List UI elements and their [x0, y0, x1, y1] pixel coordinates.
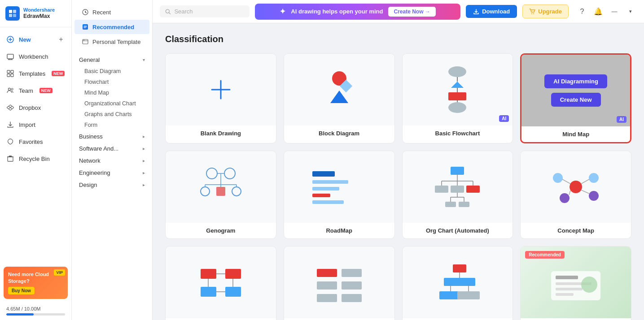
logo-text: Wondershare EdrawMax	[23, 7, 55, 20]
svg-rect-63	[445, 202, 456, 207]
team-new-badge: NEW	[39, 88, 53, 93]
card-roadmap[interactable]: RoadMap	[284, 151, 395, 239]
svg-rect-85	[342, 281, 362, 290]
svg-line-73	[569, 190, 570, 195]
svg-rect-77	[225, 287, 241, 297]
favorites-icon	[6, 138, 14, 146]
cs-business-section[interactable]: Business ▸	[72, 130, 152, 143]
user-avatar[interactable]: —	[608, 5, 621, 18]
card-label-network2	[284, 318, 394, 320]
card-thumb-network1	[166, 246, 276, 318]
dropdown-icon[interactable]: ▾	[624, 5, 637, 18]
ai-banner[interactable]: ✦ AI drawing helps open your mind Create…	[255, 4, 460, 20]
nav-items: New + Workbench Templates NEW Team NEW	[0, 27, 71, 263]
svg-line-72	[581, 190, 589, 194]
svg-rect-98	[556, 288, 583, 290]
svg-rect-64	[459, 202, 469, 207]
cs-graphs-charts[interactable]: Graphs and Charts	[72, 109, 152, 120]
cs-org-chart[interactable]: Organizational Chart	[72, 98, 152, 109]
svg-rect-75	[225, 269, 241, 279]
download-button[interactable]: Download	[466, 5, 517, 18]
card-recommended[interactable]: Recommended	[520, 246, 631, 320]
svg-rect-47	[312, 187, 339, 190]
cs-mind-map[interactable]: Mind Map	[72, 87, 152, 98]
ai-overlay: AI Diagramming Create New	[521, 55, 630, 126]
card-label-mindmap: Mind Map	[521, 126, 630, 142]
svg-rect-31	[448, 92, 466, 100]
upgrade-button[interactable]: Upgrade	[522, 4, 569, 18]
buy-now-btn[interactable]: Buy Now	[8, 287, 35, 294]
cs-recommended[interactable]: Recommended	[74, 20, 149, 34]
cs-flowchart[interactable]: Flowchart	[72, 77, 152, 87]
cs-basic-diagram[interactable]: Basic Diagram	[72, 66, 152, 77]
cart-icon	[529, 9, 535, 15]
network-chevron: ▸	[143, 158, 145, 163]
svg-rect-99	[556, 293, 574, 296]
svg-rect-50	[451, 167, 464, 175]
svg-rect-87	[342, 294, 362, 302]
storage-fill	[6, 313, 34, 316]
nav-recycle[interactable]: Recycle Bin	[0, 150, 71, 167]
svg-rect-49	[312, 200, 344, 204]
card-label-genogram: Genogram	[166, 223, 276, 238]
cs-recent[interactable]: Recent	[74, 5, 149, 19]
ai-icon: ✦	[280, 7, 285, 16]
nav-import[interactable]: Import	[0, 116, 71, 133]
card-conceptmap[interactable]: Concept Map	[520, 151, 631, 239]
cs-design-section[interactable]: Design ▸	[72, 179, 152, 191]
dropbox-icon	[6, 104, 14, 112]
recommended-icon	[82, 23, 89, 30]
svg-rect-1	[13, 10, 16, 13]
ai-diagramming-btn[interactable]: AI Diagramming	[544, 74, 607, 88]
card-orgchart[interactable]: Org Chart (Automated)	[402, 151, 513, 239]
svg-point-35	[224, 168, 235, 179]
card-mindmap[interactable]: AI Diagramming Create New AI Mind Map	[520, 53, 631, 143]
nav-favorites[interactable]: Favorites	[0, 133, 71, 150]
svg-rect-84	[317, 281, 337, 290]
card-block[interactable]: Block Diagram	[284, 53, 395, 143]
logo-area: Wondershare EdrawMax	[0, 0, 71, 27]
cs-network-section[interactable]: Network ▸	[72, 155, 152, 167]
card-thumb-orgchart	[403, 151, 513, 223]
download-icon	[473, 9, 479, 15]
svg-rect-11	[11, 74, 13, 77]
create-now-btn[interactable]: Create Now →	[388, 7, 435, 17]
card-thumb-blank	[166, 54, 276, 125]
cs-form[interactable]: Form	[72, 120, 152, 130]
svg-point-27	[448, 66, 466, 77]
card-flowchart[interactable]: AI Basic Flowchart	[402, 53, 513, 143]
bell-icon[interactable]: 🔔	[592, 5, 605, 18]
nav-workbench[interactable]: Workbench	[0, 48, 71, 65]
card-blank[interactable]: Blank Drawing	[165, 53, 276, 143]
add-icon[interactable]: +	[57, 35, 65, 43]
business-chevron: ▸	[143, 134, 145, 139]
card-network3[interactable]	[402, 246, 513, 320]
cs-personal-template[interactable]: Personal Template	[74, 35, 149, 49]
svg-rect-83	[342, 269, 362, 277]
nav-team[interactable]: Team NEW	[0, 82, 71, 99]
card-network1[interactable]	[165, 246, 276, 320]
help-icon[interactable]: ?	[576, 5, 588, 18]
search-icon	[165, 9, 171, 15]
svg-point-21	[533, 13, 534, 14]
svg-line-71	[581, 179, 589, 184]
nav-dropbox[interactable]: Dropbox	[0, 99, 71, 116]
search-input[interactable]	[174, 8, 244, 15]
card-label-conceptmap: Concept Map	[521, 223, 631, 238]
card-genogram[interactable]: Genogram	[165, 151, 276, 239]
cs-engineering-section[interactable]: Engineering ▸	[72, 167, 152, 179]
nav-new[interactable]: New +	[0, 31, 71, 48]
svg-rect-45	[312, 171, 335, 177]
cs-software-section[interactable]: Software And... ▸	[72, 143, 152, 155]
new-icon	[6, 35, 14, 43]
recommended-badge: Recommended	[525, 251, 565, 259]
card-network2[interactable]	[284, 246, 395, 320]
nav-templates[interactable]: Templates NEW	[0, 65, 71, 82]
search-box[interactable]	[160, 5, 250, 17]
card-thumb-block	[284, 54, 394, 125]
svg-marker-25	[330, 91, 348, 103]
cs-general-section[interactable]: General ▾	[72, 54, 152, 66]
create-new-btn[interactable]: Create New	[551, 93, 601, 107]
svg-rect-46	[312, 180, 348, 184]
svg-point-68	[589, 191, 599, 201]
